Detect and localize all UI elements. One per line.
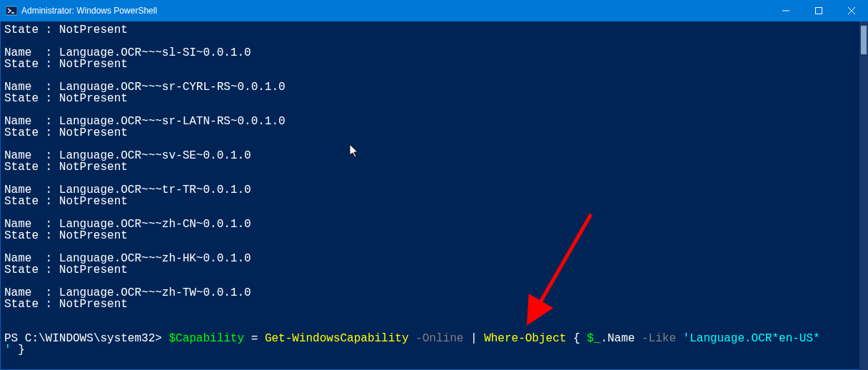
scrollbar[interactable] (859, 21, 868, 370)
maximize-button[interactable] (802, 0, 835, 21)
window-title: Administrator: Windows PowerShell (21, 6, 157, 16)
scrollbar-thumb[interactable] (861, 26, 867, 54)
terminal-output[interactable]: State : NotPresent Name : Language.OCR~~… (0, 21, 859, 370)
close-button[interactable] (835, 0, 868, 21)
titlebar: Administrator: Windows PowerShell (0, 0, 868, 21)
powershell-window: Administrator: Windows PowerShell State … (0, 0, 868, 370)
minimize-button[interactable] (769, 0, 802, 21)
svg-rect-3 (816, 8, 822, 14)
powershell-icon (6, 5, 17, 16)
